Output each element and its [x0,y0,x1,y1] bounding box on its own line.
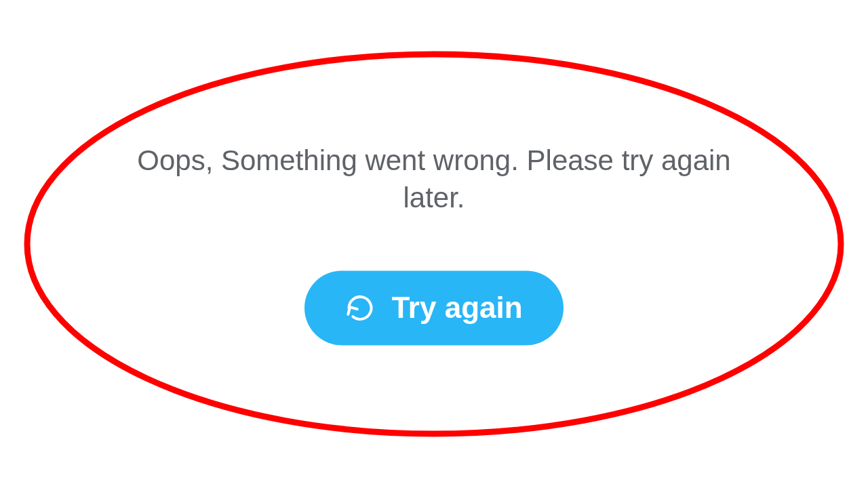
try-again-button[interactable]: Try again [304,271,563,346]
error-panel: Oops, Something went wrong. Please try a… [129,142,739,345]
try-again-label: Try again [391,291,522,325]
retry-icon [345,293,375,323]
error-message: Oops, Something went wrong. Please try a… [129,142,739,216]
